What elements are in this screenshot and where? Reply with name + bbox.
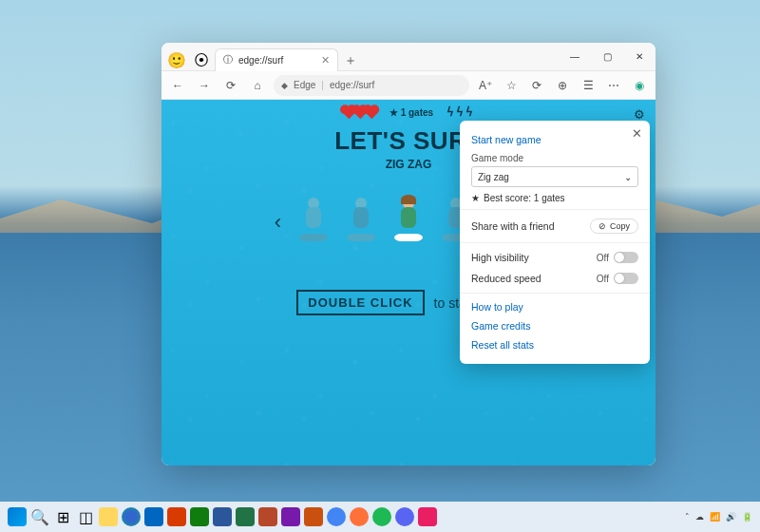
divider [460, 242, 650, 243]
how-to-play-link[interactable]: How to play [471, 297, 638, 316]
best-score: ★ Best score: 1 gates [471, 193, 638, 203]
game-mode-value: Zig zag [478, 172, 509, 182]
app-icon[interactable] [258, 507, 277, 526]
refresh-button[interactable]: ⟳ [220, 75, 241, 96]
app-icon[interactable] [167, 507, 186, 526]
chevron-up-icon[interactable]: ˄ [685, 512, 690, 522]
app-icon[interactable] [372, 507, 391, 526]
star-icon: ★ [471, 193, 480, 203]
settings-panel: ✕ Start new game Game mode Zig zag ⌄ ★ B… [460, 121, 650, 364]
close-window-button[interactable]: ✕ [623, 43, 656, 71]
store-icon[interactable] [144, 507, 163, 526]
desktop: 🙂 ⦿ ⓘ edge://surf ✕ ＋ — ▢ ✕ ← → ⟳ ⌂ ◆ [0, 0, 760, 532]
high-visibility-state: Off [597, 253, 609, 263]
hud: ★ 1 gates ϟ ϟ ϟ [162, 105, 656, 119]
favorite-icon[interactable]: ☆ [501, 75, 522, 96]
more-icon[interactable]: ⋯ [603, 75, 624, 96]
app-icon[interactable] [350, 507, 369, 526]
lives-display [344, 108, 376, 117]
wifi-icon[interactable]: 📶 [710, 512, 720, 522]
address-prefix: Edge [294, 80, 315, 90]
game-mode-select[interactable]: Zig zag ⌄ [471, 166, 638, 187]
game-viewport: ★ 1 gates ϟ ϟ ϟ ⚙ LET'S SURF ZIG ZAG ‹ [162, 100, 656, 466]
close-panel-button[interactable]: ✕ [632, 126, 642, 141]
boost-display: ϟ ϟ ϟ [446, 105, 473, 119]
character-option[interactable] [298, 200, 329, 245]
share-label: Share with a friend [471, 220, 555, 232]
score-display: ★ 1 gates [390, 107, 433, 118]
character-option[interactable] [346, 200, 376, 245]
prev-character-button[interactable]: ‹ [275, 210, 281, 235]
app-icon[interactable] [236, 507, 255, 526]
reduced-speed-state: Off [597, 274, 609, 284]
app-icon[interactable] [327, 507, 346, 526]
link-icon: ⊘ [598, 221, 606, 231]
minimize-button[interactable]: — [559, 43, 591, 71]
address-bar[interactable]: ◆ Edge | edge://surf [274, 75, 469, 96]
site-identity-icon: ◆ [281, 81, 288, 90]
divider [460, 293, 650, 294]
collections-icon[interactable]: ⊕ [552, 75, 573, 96]
home-button[interactable]: ⌂ [247, 75, 268, 96]
bolt-icon: ϟ [446, 105, 454, 119]
game-credits-link[interactable]: Game credits [471, 316, 638, 335]
tab-strip: 🙂 ⦿ ⓘ edge://surf ✕ ＋ [162, 43, 559, 71]
app-icon[interactable] [190, 507, 209, 526]
system-tray[interactable]: ˄ ☁ 📶 🔊 🔋 [685, 512, 752, 522]
browser-window: 🙂 ⦿ ⓘ edge://surf ✕ ＋ — ▢ ✕ ← → ⟳ ⌂ ◆ [162, 43, 656, 466]
address-text: edge://surf [330, 80, 374, 90]
app-icon[interactable] [213, 507, 232, 526]
bolt-icon: ϟ [456, 105, 464, 119]
reduced-speed-label: Reduced speed [471, 273, 542, 284]
profile-tab-1[interactable]: 🙂 [165, 50, 188, 71]
high-visibility-label: High visibility [471, 252, 529, 263]
new-tab-button[interactable]: ＋ [340, 50, 361, 71]
info-icon: ⓘ [223, 53, 233, 66]
sync-icon[interactable]: ⟳ [526, 75, 547, 96]
volume-icon[interactable]: 🔊 [726, 512, 736, 522]
app-icon[interactable] [395, 507, 414, 526]
character-selected[interactable] [393, 200, 424, 245]
cloud-icon[interactable]: ☁ [695, 512, 704, 522]
app-icon[interactable] [304, 507, 323, 526]
high-visibility-toggle[interactable] [614, 252, 638, 263]
edge-icon[interactable] [122, 507, 141, 526]
copy-button[interactable]: ⊘ Copy [590, 218, 638, 234]
start-button[interactable]: DOUBLE CLICK [296, 290, 424, 315]
reduced-speed-toggle[interactable] [614, 273, 638, 284]
forward-button[interactable]: → [194, 75, 215, 96]
profile-tab-2[interactable]: ⦿ [190, 50, 213, 71]
extensions-icon[interactable]: ☰ [578, 75, 598, 96]
start-new-game-link[interactable]: Start new game [471, 130, 638, 149]
tab-active[interactable]: ⓘ edge://surf ✕ [215, 48, 338, 71]
window-controls: — ▢ ✕ [559, 43, 656, 71]
task-view-icon[interactable]: ⊞ [53, 507, 72, 526]
read-aloud-icon[interactable]: A⁺ [475, 75, 496, 96]
search-icon[interactable]: 🔍 [30, 507, 49, 526]
app-icon[interactable] [281, 507, 300, 526]
bolt-icon: ϟ [466, 105, 473, 119]
taskbar: 🔍 ⊞ ◫ ˄ ☁ 📶 🔊 🔋 [0, 502, 760, 532]
game-mode-label: Game mode [471, 153, 638, 163]
divider [460, 209, 650, 210]
reset-stats-link[interactable]: Reset all stats [471, 335, 638, 354]
tab-title: edge://surf [238, 55, 283, 66]
chevron-down-icon: ⌄ [624, 172, 632, 182]
widgets-icon[interactable]: ◫ [76, 507, 95, 526]
app-icon[interactable] [418, 507, 437, 526]
back-button[interactable]: ← [167, 75, 188, 96]
heart-icon [365, 105, 377, 118]
explorer-icon[interactable] [99, 507, 118, 526]
start-button[interactable] [8, 507, 27, 526]
toolbar: ← → ⟳ ⌂ ◆ Edge | edge://surf A⁺ ☆ ⟳ ⊕ ☰ … [162, 71, 656, 100]
maximize-button[interactable]: ▢ [591, 43, 623, 71]
copilot-icon[interactable]: ◉ [629, 75, 650, 96]
close-tab-icon[interactable]: ✕ [321, 54, 330, 66]
titlebar: 🙂 ⦿ ⓘ edge://surf ✕ ＋ — ▢ ✕ [162, 43, 656, 71]
battery-icon[interactable]: 🔋 [742, 512, 752, 522]
